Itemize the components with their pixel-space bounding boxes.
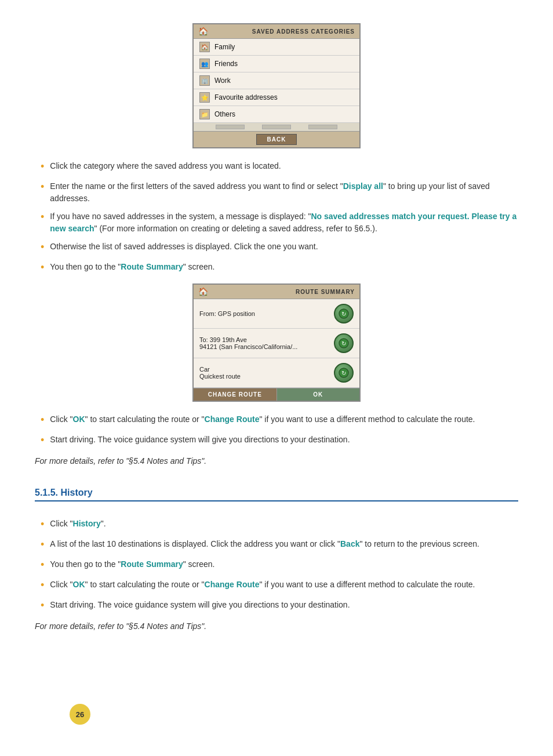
page-number: 26 bbox=[70, 704, 90, 725]
bullet-dot: • bbox=[41, 557, 44, 573]
route-from-line1: From: GPS position bbox=[199, 310, 255, 317]
italic-note-1: For more details, refer to "§5.4 Notes a… bbox=[35, 456, 518, 466]
bullet-text-2: Enter the name or the first letters of t… bbox=[50, 180, 518, 205]
favourite-icon: ⭐ bbox=[199, 92, 210, 103]
bullet-item-11: • Click "OK" to start calculating the ro… bbox=[41, 579, 518, 593]
bullet-text-6: Click "OK" to start calculating the rout… bbox=[50, 413, 475, 426]
bullet-text-11: Click "OK" to start calculating the rout… bbox=[50, 579, 475, 591]
route-car-line1: Car bbox=[199, 366, 241, 373]
list-item-favourite[interactable]: ⭐ Favourite addresses bbox=[194, 89, 359, 106]
others-icon: 📁 bbox=[199, 109, 210, 119]
others-label: Others bbox=[214, 110, 235, 118]
bullet-item-7: • Start driving. The voice guidance syst… bbox=[41, 434, 518, 448]
route-circle-btn-2[interactable]: ↻ bbox=[334, 333, 354, 353]
route-circle-btn-1[interactable]: ↻ bbox=[334, 304, 354, 324]
link-back: Back bbox=[340, 539, 359, 548]
bullet-dot: • bbox=[41, 432, 44, 448]
route-row-car: Car Quickest route ↻ bbox=[194, 358, 359, 388]
link-change-route-1: Change Route bbox=[205, 415, 260, 424]
route-to-text: To: 399 19th Ave 94121 (San Francisco/Ca… bbox=[199, 336, 297, 350]
link-route-summary-2: Route Summary bbox=[121, 559, 183, 569]
bullet-list-section2: • Click "OK" to start calculating the ro… bbox=[35, 413, 518, 448]
list-item-friends[interactable]: 👥 Friends bbox=[194, 56, 359, 72]
route-to-line1: To: 399 19th Ave bbox=[199, 336, 297, 343]
bullet-dot: • bbox=[41, 598, 44, 613]
divider2 bbox=[262, 125, 291, 129]
bullet-item-9: • A list of the last 10 destinations is … bbox=[41, 538, 518, 553]
route-header: 🏠 ROUTE SUMMARY bbox=[194, 285, 359, 299]
bullet-text-12: Start driving. The voice guidance system… bbox=[50, 599, 350, 611]
link-ok-1: OK bbox=[73, 415, 85, 424]
work-icon: 🏢 bbox=[199, 75, 210, 86]
bullet-dot: • bbox=[41, 260, 44, 275]
bullet-dot: • bbox=[41, 179, 44, 195]
friends-icon: 👥 bbox=[199, 59, 210, 69]
route-car-text: Car Quickest route bbox=[199, 366, 241, 380]
bullet-item-2: • Enter the name or the first letters of… bbox=[41, 180, 518, 205]
screenshot-panel-route: 🏠 ROUTE SUMMARY From: GPS position ↻ To:… bbox=[35, 284, 518, 402]
list-item-work[interactable]: 🏢 Work bbox=[194, 72, 359, 89]
bullet-item-12: • Start driving. The voice guidance syst… bbox=[41, 599, 518, 613]
bullet-text-4: Otherwise the list of saved addresses is… bbox=[50, 241, 318, 253]
page-content: 🏠 SAVED ADDRESS CATEGORIES 🏠 Family 👥 Fr… bbox=[35, 23, 518, 742]
route-car-line2: Quickest route bbox=[199, 373, 241, 380]
back-button[interactable]: BACK bbox=[256, 134, 297, 145]
divider1 bbox=[216, 125, 245, 129]
saved-address-screen: 🏠 SAVED ADDRESS CATEGORIES 🏠 Family 👥 Fr… bbox=[192, 23, 361, 148]
bullet-item-8: • Click "History". bbox=[41, 518, 518, 532]
family-label: Family bbox=[214, 43, 235, 51]
header-icon: 🏠 bbox=[198, 27, 208, 36]
bullet-dot: • bbox=[41, 412, 44, 428]
bullet-dot: • bbox=[41, 239, 44, 255]
divider3 bbox=[308, 125, 337, 129]
link-change-route-2: Change Route bbox=[205, 580, 260, 589]
route-summary-screen: 🏠 ROUTE SUMMARY From: GPS position ↻ To:… bbox=[192, 284, 361, 402]
bullet-dot: • bbox=[41, 537, 44, 553]
bullet-item-1: • Click the category where the saved add… bbox=[41, 160, 518, 175]
family-icon: 🏠 bbox=[199, 42, 210, 52]
link-display-all: Display all bbox=[343, 181, 383, 191]
route-footer: CHANGE ROUTE OK bbox=[194, 388, 359, 401]
bullet-text-9: A list of the last 10 destinations is di… bbox=[50, 538, 479, 550]
svg-text:↻: ↻ bbox=[341, 370, 346, 376]
list-item-others[interactable]: 📁 Others bbox=[194, 106, 359, 123]
bullet-list-section3: • Click "History". • A list of the last … bbox=[35, 518, 518, 613]
route-to-line2: 94121 (San Francisco/California/... bbox=[199, 343, 297, 350]
device-footer: BACK bbox=[194, 131, 359, 147]
bullet-text-5: You then go to the "Route Summary" scree… bbox=[50, 261, 214, 273]
bullet-dot: • bbox=[41, 209, 44, 225]
bullet-dot: • bbox=[41, 159, 44, 175]
link-route-summary-1: Route Summary bbox=[121, 262, 183, 271]
header-title: SAVED ADDRESS CATEGORIES bbox=[252, 28, 355, 35]
change-route-button[interactable]: CHANGE ROUTE bbox=[194, 388, 277, 401]
route-row-to: To: 399 19th Ave 94121 (San Francisco/Ca… bbox=[194, 329, 359, 358]
route-row-from: From: GPS position ↻ bbox=[194, 299, 359, 329]
ok-button[interactable]: OK bbox=[277, 388, 360, 401]
link-ok-2: OK bbox=[73, 580, 85, 589]
bullet-item-3: • If you have no saved addresses in the … bbox=[41, 210, 518, 235]
link-no-saved: No saved addresses match your request. P… bbox=[50, 212, 516, 233]
svg-text:↻: ↻ bbox=[341, 340, 346, 347]
work-label: Work bbox=[214, 77, 231, 85]
bullet-dot: • bbox=[41, 517, 44, 532]
route-header-icon: 🏠 bbox=[198, 287, 208, 296]
favourite-label: Favourite addresses bbox=[214, 93, 278, 101]
bullet-text-10: You then go to the "Route Summary" scree… bbox=[50, 558, 214, 570]
route-header-title: ROUTE SUMMARY bbox=[296, 289, 355, 295]
bullet-dot: • bbox=[41, 577, 44, 593]
italic-note-2: For more details, refer to "§5.4 Notes a… bbox=[35, 621, 518, 631]
section-heading-history: 5.1.5. History bbox=[35, 488, 518, 501]
svg-text:↻: ↻ bbox=[341, 311, 346, 317]
route-circle-btn-3[interactable]: ↻ bbox=[334, 363, 354, 383]
bullet-text-1: Click the category where the saved addre… bbox=[50, 160, 281, 172]
bullet-item-5: • You then go to the "Route Summary" scr… bbox=[41, 261, 518, 275]
bullet-item-6: • Click "OK" to start calculating the ro… bbox=[41, 413, 518, 428]
friends-label: Friends bbox=[214, 60, 238, 68]
bullet-text-8: Click "History". bbox=[50, 518, 105, 530]
route-from-text: From: GPS position bbox=[199, 310, 255, 317]
list-item-family[interactable]: 🏠 Family bbox=[194, 39, 359, 56]
bullet-list-section1: • Click the category where the saved add… bbox=[35, 160, 518, 275]
bullet-text-7: Start driving. The voice guidance system… bbox=[50, 434, 350, 446]
link-history: History bbox=[73, 519, 101, 528]
device-header: 🏠 SAVED ADDRESS CATEGORIES bbox=[194, 24, 359, 39]
